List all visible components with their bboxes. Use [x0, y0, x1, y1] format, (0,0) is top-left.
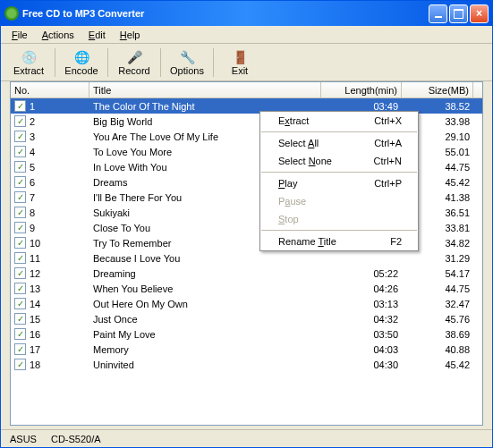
menubar: File Actions Edit Help [1, 26, 492, 44]
encode-icon: 🌐 [72, 49, 90, 65]
track-length: 04:26 [321, 283, 402, 294]
checkbox-icon[interactable]: ✓ [14, 237, 26, 249]
checkbox-icon[interactable]: ✓ [14, 176, 26, 188]
table-row[interactable]: ✓13When You Believe04:2644.75 [11, 281, 482, 296]
statusbar: ASUS CD-S520/A [1, 429, 492, 447]
checkbox-icon[interactable]: ✓ [14, 267, 26, 279]
separator [261, 172, 417, 173]
minimize-button[interactable] [429, 4, 447, 23]
table-row[interactable]: ✓17Memory04:0340.88 [11, 342, 482, 357]
track-no: 11 [30, 253, 40, 264]
checkbox-icon[interactable]: ✓ [14, 115, 26, 127]
separator [55, 48, 55, 77]
track-title: Out Here On My Own [89, 299, 321, 309]
table-row[interactable]: ✓11Because I Love You31.29 [11, 250, 482, 266]
table-row[interactable]: ✓15Just Once04:3245.76 [11, 311, 482, 326]
track-length: 05:22 [321, 268, 402, 279]
checkbox-icon[interactable]: ✓ [14, 222, 26, 233]
track-no: 12 [30, 268, 40, 279]
options-icon: 🔧 [178, 49, 196, 65]
track-title: Just Once [89, 314, 321, 325]
separator [160, 48, 161, 77]
checkbox-icon[interactable]: ✓ [14, 298, 26, 309]
exit-icon: 🚪 [231, 49, 249, 65]
record-button[interactable]: 🎤Record [112, 47, 157, 78]
track-size: 40.88 [402, 344, 473, 355]
close-button[interactable]: × [470, 4, 489, 23]
col-length[interactable]: Length(min) [321, 82, 402, 97]
track-size: 38.69 [402, 329, 473, 340]
checkbox-icon[interactable]: ✓ [14, 207, 26, 218]
table-row[interactable]: ✓18Uninvited04:3045.42 [11, 357, 482, 372]
track-no: 17 [30, 344, 40, 355]
track-list: No. Title Length(min) Size(MB) ✓1The Col… [10, 81, 483, 426]
track-no: 2 [30, 116, 35, 127]
checkbox-icon[interactable]: ✓ [14, 100, 26, 112]
ctx-play[interactable]: PlayCtrl+P [260, 174, 418, 192]
track-no: 4 [30, 147, 35, 157]
col-size[interactable]: Size(MB) [402, 82, 473, 97]
checkbox-icon[interactable]: ✓ [14, 283, 26, 294]
track-title: Dreaming [89, 268, 321, 279]
options-button[interactable]: 🔧Options [165, 47, 209, 78]
exit-button[interactable]: 🚪Exit [217, 47, 262, 78]
maximize-button[interactable] [449, 4, 468, 23]
track-size: 45.76 [402, 314, 473, 325]
extract-button[interactable]: 💿Extract [6, 47, 51, 78]
menu-edit[interactable]: Edit [81, 28, 113, 42]
track-no: 3 [30, 131, 35, 142]
table-row[interactable]: ✓14Out Here On My Own03:1332.47 [11, 296, 482, 311]
extract-icon: 💿 [20, 49, 38, 65]
ctx-rename[interactable]: Rename TitleF2 [260, 232, 418, 250]
checkbox-icon[interactable]: ✓ [14, 359, 26, 370]
checkbox-icon[interactable]: ✓ [14, 252, 26, 264]
track-no: 16 [30, 329, 40, 340]
toolbar: 💿Extract 🌐Encode 🎤Record 🔧Options 🚪Exit [1, 44, 492, 81]
menu-actions[interactable]: Actions [35, 28, 81, 42]
track-title: The Color Of The Night [89, 101, 321, 112]
track-no: 6 [30, 177, 35, 188]
menu-file[interactable]: File [4, 28, 35, 42]
track-no: 5 [30, 162, 35, 173]
separator [261, 230, 417, 231]
checkbox-icon[interactable]: ✓ [14, 191, 26, 203]
separator [107, 48, 108, 77]
track-title: When You Believe [89, 283, 321, 294]
list-header: No. Title Length(min) Size(MB) [11, 82, 482, 98]
checkbox-icon[interactable]: ✓ [14, 146, 26, 157]
checkbox-icon[interactable]: ✓ [14, 343, 26, 355]
app-window: Free CD to MP3 Converter × File Actions … [0, 0, 493, 448]
table-row[interactable]: ✓16Paint My Love03:5038.69 [11, 326, 482, 342]
col-title[interactable]: Title [89, 82, 321, 97]
ctx-stop: Stop [260, 210, 418, 228]
checkbox-icon[interactable]: ✓ [14, 328, 26, 340]
status-vendor: ASUS [10, 434, 37, 444]
track-length: 04:32 [321, 314, 402, 325]
checkbox-icon[interactable]: ✓ [14, 131, 26, 142]
track-length: 03:50 [321, 329, 402, 340]
menu-help[interactable]: Help [113, 28, 148, 42]
context-menu: ExtractCtrl+X Select AllCtrl+A Select No… [259, 111, 419, 251]
ctx-extract[interactable]: ExtractCtrl+X [260, 112, 418, 130]
track-no: 1 [30, 101, 35, 112]
checkbox-icon[interactable]: ✓ [14, 313, 26, 325]
track-size: 54.17 [402, 268, 473, 279]
checkbox-icon[interactable]: ✓ [14, 161, 26, 173]
track-size: 32.47 [402, 299, 473, 309]
ctx-select-none[interactable]: Select NoneCtrl+N [260, 152, 418, 170]
record-icon: 🎤 [125, 49, 143, 65]
track-title: Uninvited [89, 359, 321, 370]
encode-button[interactable]: 🌐Encode [59, 47, 104, 78]
track-size: 38.52 [402, 101, 473, 112]
status-device: CD-S520/A [51, 434, 101, 444]
track-length: 04:30 [321, 359, 402, 370]
table-row[interactable]: ✓12Dreaming05:2254.17 [11, 266, 482, 281]
window-controls: × [429, 4, 489, 23]
track-length: 03:49 [321, 101, 402, 112]
ctx-select-all[interactable]: Select AllCtrl+A [260, 134, 418, 152]
track-no: 15 [30, 314, 40, 325]
col-pad [473, 82, 482, 97]
col-no[interactable]: No. [11, 82, 89, 97]
track-size: 44.75 [402, 283, 473, 294]
titlebar[interactable]: Free CD to MP3 Converter × [1, 1, 492, 26]
